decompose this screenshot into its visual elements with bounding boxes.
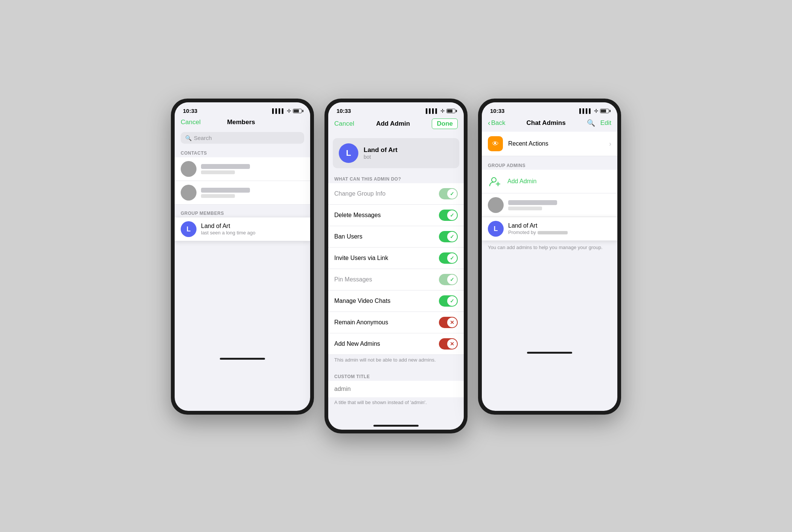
recent-actions-row[interactable]: 👁 Recent Actions › [482, 132, 617, 156]
screens-container: 10:33 ▌▌▌▌ ⊹ Cancel Members 🔍 Search [171, 99, 621, 433]
toggle-7[interactable]: ✕ [439, 338, 458, 350]
home-indicator-2 [373, 425, 419, 427]
home-indicator-3 [527, 352, 572, 354]
toggle-knob-1: ✓ [447, 210, 457, 220]
search-bar[interactable]: 🔍 Search [181, 132, 304, 144]
custom-title-input[interactable] [328, 381, 464, 397]
perm-label-7: Add New Admins [334, 340, 380, 347]
custom-title-note: A title that will be shown instead of 'a… [328, 397, 464, 410]
toggle-2[interactable]: ✓ [439, 231, 458, 242]
perm-pin-messages[interactable]: Pin Messages ✓ [328, 269, 464, 290]
battery-icon-1 [293, 109, 302, 113]
perm-change-group-info[interactable]: Change Group Info ✓ [328, 183, 464, 205]
status-bar-2: 10:33 ▌▌▌▌ ⊹ [328, 102, 464, 116]
land-of-art-name-1: Land of Art [201, 223, 256, 230]
phone-chat-admins: 10:33 ▌▌▌▌ ⊹ ‹ Back Chat Admins 🔍 Edit [478, 99, 621, 415]
toggle-knob-5: ✓ [447, 296, 457, 306]
contact-row-2[interactable] [175, 181, 310, 205]
promoted-by-label: Promoted by [508, 230, 536, 235]
user-card: L Land of Art bot [333, 138, 459, 168]
cancel-button-2[interactable]: Cancel [334, 120, 354, 128]
back-label[interactable]: Back [491, 119, 506, 127]
toggle-0[interactable]: ✓ [439, 188, 458, 199]
phone-add-admin: 10:33 ▌▌▌▌ ⊹ Cancel Add Admin Done L [324, 99, 468, 433]
toggle-knob-0: ✓ [447, 189, 457, 199]
perm-remain-anonymous[interactable]: Remain Anonymous ✕ [328, 312, 464, 333]
status-icons-2: ▌▌▌▌ ⊹ [426, 108, 455, 114]
admin-group-note: You can add admins to help you manage yo… [482, 241, 617, 254]
back-button[interactable]: ‹ Back [488, 119, 505, 127]
toggle-4[interactable]: ✓ [439, 274, 458, 285]
perm-label-5: Manage Video Chats [334, 298, 390, 304]
add-admin-icon [488, 174, 502, 188]
toggle-knob-2: ✓ [447, 232, 457, 242]
avatar-land-of-art-admin: L [488, 221, 504, 237]
avatar-land-of-art-1: L [181, 221, 196, 237]
avatar-letter-admin: L [494, 225, 498, 233]
status-time-1: 10:33 [183, 108, 197, 114]
land-of-art-admin-row[interactable]: L Land of Art Promoted by [482, 217, 617, 241]
avatar-contact-1 [181, 161, 196, 177]
perm-label-2: Ban Users [334, 233, 362, 240]
contacts-section-label: CONTACTS [175, 147, 310, 157]
nav-bar-members: Cancel Members [175, 116, 310, 131]
admin-blur-row[interactable] [482, 193, 617, 217]
empty-space-3 [482, 254, 617, 348]
empty-space-2 [328, 410, 464, 421]
land-of-art-row[interactable]: L Land of Art last seen a long time ago [175, 217, 310, 241]
toggle-5[interactable]: ✓ [439, 295, 458, 307]
contact-sub-blur-2 [201, 194, 235, 198]
edit-button[interactable]: Edit [600, 119, 611, 127]
toggle-knob-6: ✕ [447, 318, 457, 327]
perm-label-1: Delete Messages [334, 212, 381, 219]
search-icon-1: 🔍 [185, 135, 192, 141]
toggle-check-5: ✓ [450, 298, 454, 304]
chevron-left-icon: ‹ [488, 119, 490, 127]
perm-label-0: Change Group Info [334, 190, 385, 197]
toggle-check-1: ✓ [450, 212, 454, 218]
permissions-section-label: WHAT CAN THIS ADMIN DO? [328, 173, 464, 183]
toggle-check-3: ✓ [450, 255, 454, 261]
add-admin-label[interactable]: Add Admin [507, 178, 536, 185]
avatar-user-card: L [339, 143, 358, 163]
eye-icon-wrap: 👁 [488, 136, 503, 151]
perm-add-new-admins[interactable]: Add New Admins ✕ [328, 333, 464, 355]
avatar-contact-2 [181, 185, 196, 201]
chat-admins-title: Chat Admins [526, 119, 565, 127]
search-icon-3[interactable]: 🔍 [587, 119, 595, 127]
eye-icon: 👁 [492, 140, 499, 148]
status-bar-3: 10:33 ▌▌▌▌ ⊹ [482, 102, 617, 116]
contact-row-1[interactable] [175, 157, 310, 181]
nav-bar-chat-admins: ‹ Back Chat Admins 🔍 Edit [482, 116, 617, 132]
search-placeholder: Search [194, 135, 212, 141]
wifi-icon-3: ⊹ [594, 108, 598, 114]
avatar-letter-card: L [346, 148, 351, 158]
admin-name-blur [508, 200, 557, 205]
perm-invite-users[interactable]: Invite Users via Link ✓ [328, 248, 464, 269]
search-bar-wrap: 🔍 Search [175, 131, 310, 147]
admin-note: This admin will not be able to add new a… [328, 355, 464, 367]
signal-icon-2: ▌▌▌▌ [426, 108, 439, 114]
signal-icon-1: ▌▌▌▌ [272, 108, 285, 114]
toggle-check-0: ✓ [450, 191, 454, 197]
toggle-1[interactable]: ✓ [439, 210, 458, 221]
toggle-knob-7: ✕ [447, 339, 457, 349]
toggle-6[interactable]: ✕ [439, 317, 458, 328]
phone-members: 10:33 ▌▌▌▌ ⊹ Cancel Members 🔍 Search [171, 99, 314, 415]
done-button[interactable]: Done [432, 119, 458, 129]
nav-icons-3: 🔍 Edit [587, 119, 611, 127]
home-indicator-1 [220, 358, 265, 360]
cancel-button-1[interactable]: Cancel [181, 119, 201, 126]
add-admin-row[interactable]: Add Admin [482, 170, 617, 193]
perm-label-3: Invite Users via Link [334, 255, 388, 261]
status-time-2: 10:33 [337, 108, 351, 114]
perm-label-6: Remain Anonymous [334, 319, 388, 326]
add-person-icon [489, 175, 501, 187]
perm-delete-messages[interactable]: Delete Messages ✓ [328, 205, 464, 226]
land-of-art-sub-1: last seen a long time ago [201, 230, 256, 236]
toggle-3[interactable]: ✓ [439, 252, 458, 264]
signal-icon-3: ▌▌▌▌ [579, 108, 592, 114]
group-members-section-label: GROUP MEMBERS [175, 208, 310, 217]
perm-manage-video[interactable]: Manage Video Chats ✓ [328, 290, 464, 312]
perm-ban-users[interactable]: Ban Users ✓ [328, 226, 464, 248]
